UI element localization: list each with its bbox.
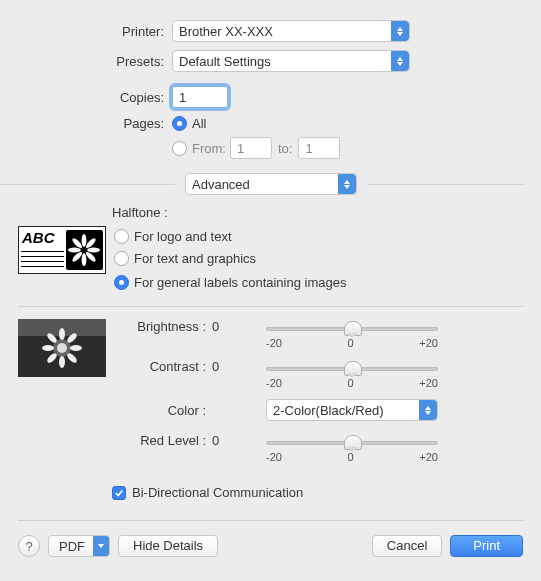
section-value: Advanced — [192, 177, 350, 192]
divider — [0, 184, 175, 185]
pages-all-label: All — [192, 116, 206, 131]
svg-point-12 — [42, 345, 54, 351]
brightness-preview-thumbnail — [18, 319, 106, 377]
svg-point-11 — [59, 356, 65, 368]
pages-from-input[interactable] — [230, 137, 272, 159]
pages-all-radio[interactable] — [172, 116, 187, 131]
color-select[interactable]: 2-Color(Black/Red) — [266, 399, 438, 421]
contrast-value: 0 — [212, 359, 236, 374]
slider-min: -20 — [266, 337, 282, 349]
svg-point-13 — [70, 345, 82, 351]
presets-select[interactable]: Default Settings — [172, 50, 410, 72]
presets-value: Default Settings — [179, 54, 403, 69]
slider-max: +20 — [419, 377, 438, 389]
brightness-label: Brightness : — [114, 319, 212, 334]
chevron-updown-icon — [391, 21, 409, 41]
pages-from-label: From: — [192, 141, 226, 156]
slider-max: +20 — [419, 337, 438, 349]
contrast-label: Contrast : — [114, 359, 212, 374]
bidi-label: Bi-Directional Communication — [132, 485, 303, 500]
svg-point-1 — [82, 234, 87, 247]
slider-max: +20 — [419, 451, 438, 463]
chevron-updown-icon — [419, 400, 437, 420]
svg-point-3 — [68, 248, 81, 253]
printer-value: Brother XX-XXX — [179, 24, 403, 39]
print-button[interactable]: Print — [450, 535, 523, 557]
printer-select[interactable]: Brother XX-XXX — [172, 20, 410, 42]
pages-to-input[interactable] — [298, 137, 340, 159]
copies-input[interactable] — [172, 86, 228, 108]
hide-details-button[interactable]: Hide Details — [118, 535, 218, 557]
color-label: Color : — [114, 403, 212, 418]
sample-flower-icon — [66, 230, 103, 270]
section-select[interactable]: Advanced — [185, 173, 357, 195]
slider-mid: 0 — [348, 377, 354, 389]
brightness-slider[interactable]: -20 0 +20 — [266, 319, 438, 349]
redlevel-label: Red Level : — [114, 433, 212, 448]
printer-label: Printer: — [0, 24, 172, 39]
svg-point-4 — [88, 248, 101, 253]
divider — [367, 184, 523, 185]
chevron-updown-icon — [338, 174, 356, 194]
redlevel-slider[interactable]: -20 0 +20 — [266, 433, 438, 463]
pages-label: Pages: — [0, 116, 172, 131]
cancel-button[interactable]: Cancel — [372, 535, 442, 557]
svg-point-18 — [57, 343, 67, 353]
redlevel-value: 0 — [212, 433, 236, 448]
halftone-logo-radio[interactable] — [114, 229, 129, 244]
svg-point-6 — [71, 251, 83, 263]
brightness-value: 0 — [212, 319, 236, 334]
svg-point-8 — [85, 251, 97, 263]
halftone-sample-thumbnail: ABC — [18, 226, 106, 274]
contrast-slider[interactable]: -20 0 +20 — [266, 359, 438, 389]
slider-min: -20 — [266, 451, 282, 463]
halftone-label: Halftone : — [112, 205, 541, 220]
sample-text-icon: ABC — [21, 229, 64, 247]
divider — [18, 520, 523, 521]
divider — [18, 306, 523, 307]
bidi-checkbox[interactable] — [112, 486, 126, 500]
slider-min: -20 — [266, 377, 282, 389]
svg-point-10 — [59, 328, 65, 340]
chevron-down-icon — [93, 536, 109, 556]
pdf-label: PDF — [49, 539, 93, 554]
copies-label: Copies: — [0, 90, 172, 105]
presets-label: Presets: — [0, 54, 172, 69]
halftone-textgraphics-radio[interactable] — [114, 251, 129, 266]
slider-mid: 0 — [348, 337, 354, 349]
halftone-general-label: For general labels containing images — [134, 275, 346, 290]
help-button[interactable]: ? — [18, 535, 40, 557]
halftone-general-radio[interactable] — [114, 275, 129, 290]
svg-point-5 — [85, 237, 97, 249]
svg-point-7 — [71, 237, 83, 249]
pages-to-label: to: — [278, 141, 292, 156]
halftone-logo-label: For logo and text — [134, 229, 232, 244]
pdf-menu-button[interactable]: PDF — [48, 535, 110, 557]
chevron-updown-icon — [391, 51, 409, 71]
color-value: 2-Color(Black/Red) — [273, 403, 431, 418]
svg-point-2 — [82, 253, 87, 266]
pages-range-radio[interactable] — [172, 141, 187, 156]
slider-mid: 0 — [348, 451, 354, 463]
halftone-textgraphics-label: For text and graphics — [134, 251, 256, 266]
